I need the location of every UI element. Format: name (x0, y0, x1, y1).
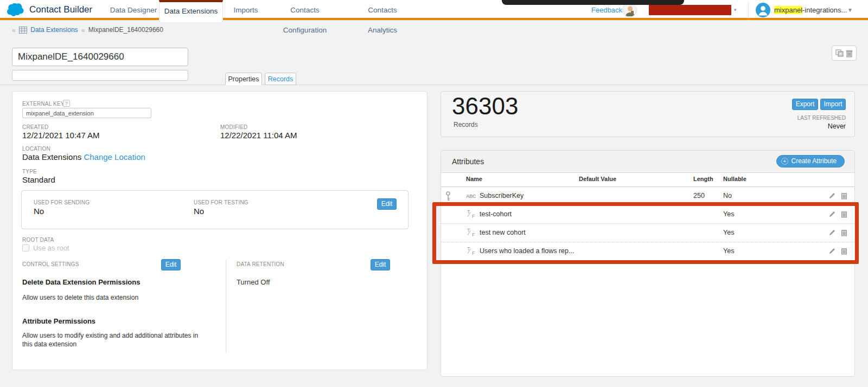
boolean-type-icon: T⁄F (467, 246, 476, 256)
export-button[interactable]: Export (792, 99, 818, 110)
extension-description-input[interactable] (12, 70, 188, 81)
last-refreshed-label: LAST REFRESHED (797, 115, 846, 121)
attributes-panel: Attributes +Create Attribute Name Defaul… (441, 150, 855, 377)
breadcrumb-separator-icon: « (81, 26, 85, 34)
delete-extension-icon[interactable] (846, 49, 853, 57)
delete-attribute-icon[interactable] (841, 192, 847, 199)
user-name-highlight: mixpanel (774, 6, 802, 14)
type-value: Standard (22, 175, 55, 184)
person-icon (756, 3, 770, 17)
breadcrumb-data-extensions-link[interactable]: Data Extensions (30, 26, 78, 34)
attribute-permissions-desc: Allow users to modify existing and add a… (22, 331, 207, 349)
data-retention-value: Turned Off (237, 278, 270, 286)
delete-attribute-icon[interactable] (841, 210, 847, 218)
extension-actions-group (832, 46, 857, 61)
nav-tab-contacts-analytics[interactable]: Contacts Analytics (353, 0, 412, 20)
root-data-label: ROOT DATA (22, 237, 54, 243)
type-label: TYPE (22, 169, 37, 175)
used-for-testing-label: USED FOR TESTING (194, 199, 248, 205)
attributes-header: Attributes +Create Attribute (441, 151, 854, 173)
used-for-sending-value: No (34, 207, 44, 216)
edit-data-retention-button[interactable]: Edit (371, 259, 390, 270)
attributes-column-headers: Name Default Value Length Nullable (441, 176, 854, 187)
external-key-input[interactable] (22, 108, 151, 118)
delete-attribute-icon[interactable] (841, 247, 847, 255)
edit-sendable-button[interactable]: Edit (377, 198, 397, 210)
attribute-name: SubscriberKey (480, 192, 524, 199)
attribute-name: test-cohort (480, 210, 512, 218)
user-menu-caret-icon[interactable]: ▼ (847, 7, 853, 13)
attribute-name: test new cohort (480, 229, 526, 236)
primary-key-icon (445, 191, 451, 201)
user-avatar[interactable] (756, 3, 770, 17)
delete-permissions-desc: Allow users to delete this data extensio… (22, 294, 138, 301)
app-title: Contact Builder (29, 4, 92, 15)
created-label: CREATED (22, 124, 48, 130)
copy-extension-icon[interactable] (835, 49, 844, 57)
extension-name-input[interactable] (12, 48, 188, 66)
attribute-nullable: Yes (723, 247, 734, 255)
column-name: Name (466, 176, 482, 182)
edit-attribute-icon[interactable] (828, 192, 836, 199)
edit-attribute-icon[interactable] (828, 247, 836, 255)
records-count: 36303 (452, 93, 518, 120)
change-location-link[interactable]: Change Location (84, 152, 145, 162)
user-name[interactable]: mixpanel-integrations... (774, 6, 847, 14)
breadcrumb: « Data Extensions « MixpanelDE_164002966… (12, 25, 163, 34)
edit-attribute-icon[interactable] (828, 229, 836, 236)
control-settings-label: CONTROL SETTINGS (22, 261, 79, 267)
feedback-link[interactable]: Feedback (591, 6, 622, 14)
used-for-testing-value: No (194, 207, 204, 216)
use-as-root-checkbox (22, 244, 29, 251)
table-row: ABC SubscriberKey 250 No (441, 187, 854, 205)
nav-divider (748, 2, 749, 18)
nav-tab-data-designer[interactable]: Data Designer (108, 0, 158, 20)
use-as-root-label: Use as root (33, 244, 69, 252)
used-for-sending-label: USED FOR SENDING (34, 199, 90, 205)
attribute-permissions-title: Attribute Permissions (22, 317, 95, 325)
breadcrumb-back-icon[interactable]: « (12, 26, 16, 34)
column-nullable: Nullable (723, 176, 746, 182)
create-attribute-button[interactable]: +Create Attribute (776, 155, 845, 167)
import-button[interactable]: Import (820, 99, 846, 110)
location-label: LOCATION (22, 146, 50, 152)
column-default-value: Default Value (579, 176, 616, 182)
help-icon[interactable]: ? (63, 100, 70, 107)
redacted-black-bar (502, 0, 684, 5)
records-summary-panel: 36303 Records Export Import LAST REFRESH… (441, 91, 855, 137)
emoji-avatar[interactable] (622, 3, 637, 17)
table-row: T⁄F test new cohort Yes (441, 224, 854, 242)
attribute-length: 250 (693, 192, 705, 199)
tab-records[interactable]: Records (265, 73, 296, 85)
account-caret-icon[interactable]: ▾ (734, 7, 737, 12)
data-retention-label: DATA RETENTION (237, 261, 284, 267)
edit-control-settings-button[interactable]: Edit (161, 259, 181, 270)
delete-permissions-title: Delete Data Extension Permissions (22, 278, 140, 286)
salesforce-cloud-logo[interactable] (7, 3, 28, 17)
text-type-icon: ABC (466, 194, 476, 199)
redacted-red-bar (649, 5, 731, 15)
location-value: Data Extensions Change Location (22, 152, 145, 162)
nav-tab-imports[interactable]: Imports (231, 0, 261, 20)
last-refreshed-value: Never (828, 122, 846, 130)
nav-tab-contacts-configuration[interactable]: Contacts Configuration (268, 0, 342, 20)
delete-attribute-icon[interactable] (841, 229, 847, 236)
modified-value: 12/22/2021 11:04 AM (220, 131, 297, 140)
attributes-title: Attributes (452, 157, 484, 166)
data-extension-table-icon (19, 27, 27, 34)
attribute-nullable: Yes (723, 210, 734, 218)
nav-tab-data-extensions[interactable]: Data Extensions (159, 0, 223, 22)
sendable-card: USED FOR SENDING No USED FOR TESTING No … (21, 190, 409, 229)
attribute-nullable: No (723, 192, 732, 199)
attribute-nullable: Yes (723, 229, 734, 236)
boolean-type-icon: T⁄F (467, 209, 476, 219)
table-row: T⁄F Users who loaded a flows rep... Yes (441, 242, 854, 261)
settings-divider (226, 260, 226, 353)
external-key-label: EXTERNAL KEY (22, 101, 65, 107)
tab-properties[interactable]: Properties (225, 73, 262, 85)
breadcrumb-current: MixpanelDE_1640029660 (88, 26, 163, 34)
top-navbar: Contact Builder Data Designer Data Exten… (0, 0, 868, 20)
edit-attribute-icon[interactable] (828, 210, 836, 218)
tab-underline (0, 85, 868, 85)
boolean-type-icon: T⁄F (467, 228, 476, 237)
